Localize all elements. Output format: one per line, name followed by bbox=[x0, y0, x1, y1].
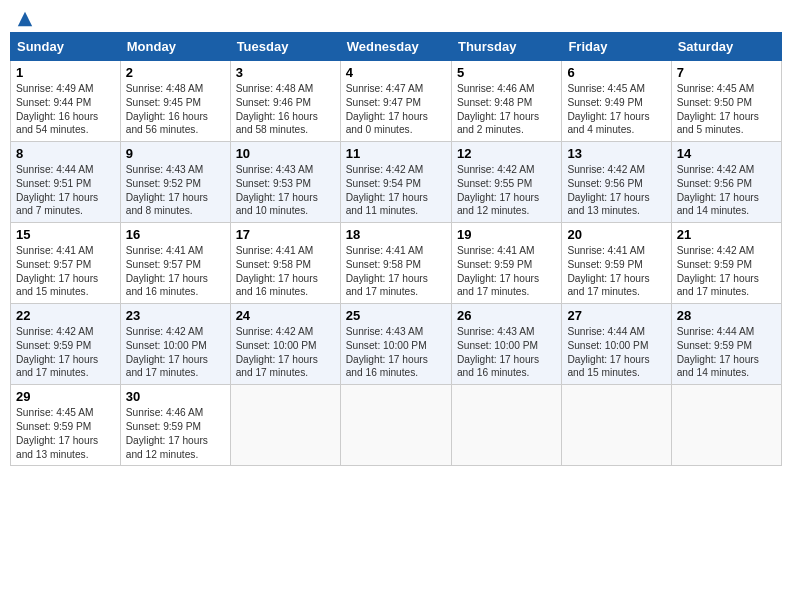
calendar-cell: 8Sunrise: 4:44 AM Sunset: 9:51 PM Daylig… bbox=[11, 142, 121, 223]
day-header-saturday: Saturday bbox=[671, 33, 781, 61]
calendar-cell: 13Sunrise: 4:42 AM Sunset: 9:56 PM Dayli… bbox=[562, 142, 671, 223]
day-header-monday: Monday bbox=[120, 33, 230, 61]
logo-icon bbox=[16, 10, 34, 28]
calendar-cell: 23Sunrise: 4:42 AM Sunset: 10:00 PM Dayl… bbox=[120, 304, 230, 385]
day-number: 17 bbox=[236, 227, 335, 242]
calendar-week-row: 15Sunrise: 4:41 AM Sunset: 9:57 PM Dayli… bbox=[11, 223, 782, 304]
cell-info: Sunrise: 4:42 AM Sunset: 9:56 PM Dayligh… bbox=[677, 163, 776, 218]
calendar-week-row: 22Sunrise: 4:42 AM Sunset: 9:59 PM Dayli… bbox=[11, 304, 782, 385]
calendar-cell: 16Sunrise: 4:41 AM Sunset: 9:57 PM Dayli… bbox=[120, 223, 230, 304]
day-number: 5 bbox=[457, 65, 556, 80]
logo bbox=[14, 10, 34, 24]
cell-info: Sunrise: 4:47 AM Sunset: 9:47 PM Dayligh… bbox=[346, 82, 446, 137]
cell-info: Sunrise: 4:46 AM Sunset: 9:59 PM Dayligh… bbox=[126, 406, 225, 461]
cell-info: Sunrise: 4:48 AM Sunset: 9:46 PM Dayligh… bbox=[236, 82, 335, 137]
cell-info: Sunrise: 4:41 AM Sunset: 9:57 PM Dayligh… bbox=[126, 244, 225, 299]
cell-info: Sunrise: 4:43 AM Sunset: 9:53 PM Dayligh… bbox=[236, 163, 335, 218]
calendar-cell: 27Sunrise: 4:44 AM Sunset: 10:00 PM Dayl… bbox=[562, 304, 671, 385]
day-number: 22 bbox=[16, 308, 115, 323]
day-number: 2 bbox=[126, 65, 225, 80]
calendar-cell: 19Sunrise: 4:41 AM Sunset: 9:59 PM Dayli… bbox=[451, 223, 561, 304]
day-number: 3 bbox=[236, 65, 335, 80]
calendar-cell: 6Sunrise: 4:45 AM Sunset: 9:49 PM Daylig… bbox=[562, 61, 671, 142]
calendar-cell: 30Sunrise: 4:46 AM Sunset: 9:59 PM Dayli… bbox=[120, 385, 230, 466]
cell-info: Sunrise: 4:44 AM Sunset: 9:59 PM Dayligh… bbox=[677, 325, 776, 380]
day-header-friday: Friday bbox=[562, 33, 671, 61]
calendar-cell: 29Sunrise: 4:45 AM Sunset: 9:59 PM Dayli… bbox=[11, 385, 121, 466]
cell-info: Sunrise: 4:42 AM Sunset: 9:59 PM Dayligh… bbox=[677, 244, 776, 299]
day-number: 15 bbox=[16, 227, 115, 242]
cell-info: Sunrise: 4:42 AM Sunset: 9:56 PM Dayligh… bbox=[567, 163, 665, 218]
day-number: 18 bbox=[346, 227, 446, 242]
cell-info: Sunrise: 4:45 AM Sunset: 9:49 PM Dayligh… bbox=[567, 82, 665, 137]
calendar-cell: 28Sunrise: 4:44 AM Sunset: 9:59 PM Dayli… bbox=[671, 304, 781, 385]
calendar-cell: 14Sunrise: 4:42 AM Sunset: 9:56 PM Dayli… bbox=[671, 142, 781, 223]
calendar-cell: 21Sunrise: 4:42 AM Sunset: 9:59 PM Dayli… bbox=[671, 223, 781, 304]
calendar-cell bbox=[230, 385, 340, 466]
cell-info: Sunrise: 4:42 AM Sunset: 9:55 PM Dayligh… bbox=[457, 163, 556, 218]
cell-info: Sunrise: 4:41 AM Sunset: 9:58 PM Dayligh… bbox=[346, 244, 446, 299]
cell-info: Sunrise: 4:45 AM Sunset: 9:59 PM Dayligh… bbox=[16, 406, 115, 461]
day-number: 24 bbox=[236, 308, 335, 323]
calendar-cell: 26Sunrise: 4:43 AM Sunset: 10:00 PM Dayl… bbox=[451, 304, 561, 385]
calendar-header-row: SundayMondayTuesdayWednesdayThursdayFrid… bbox=[11, 33, 782, 61]
day-number: 7 bbox=[677, 65, 776, 80]
day-number: 6 bbox=[567, 65, 665, 80]
calendar-week-row: 8Sunrise: 4:44 AM Sunset: 9:51 PM Daylig… bbox=[11, 142, 782, 223]
calendar-cell: 4Sunrise: 4:47 AM Sunset: 9:47 PM Daylig… bbox=[340, 61, 451, 142]
cell-info: Sunrise: 4:44 AM Sunset: 9:51 PM Dayligh… bbox=[16, 163, 115, 218]
cell-info: Sunrise: 4:45 AM Sunset: 9:50 PM Dayligh… bbox=[677, 82, 776, 137]
calendar-cell: 18Sunrise: 4:41 AM Sunset: 9:58 PM Dayli… bbox=[340, 223, 451, 304]
day-header-wednesday: Wednesday bbox=[340, 33, 451, 61]
day-number: 1 bbox=[16, 65, 115, 80]
calendar-cell: 15Sunrise: 4:41 AM Sunset: 9:57 PM Dayli… bbox=[11, 223, 121, 304]
day-number: 9 bbox=[126, 146, 225, 161]
calendar-cell: 24Sunrise: 4:42 AM Sunset: 10:00 PM Dayl… bbox=[230, 304, 340, 385]
calendar-week-row: 29Sunrise: 4:45 AM Sunset: 9:59 PM Dayli… bbox=[11, 385, 782, 466]
cell-info: Sunrise: 4:42 AM Sunset: 10:00 PM Daylig… bbox=[236, 325, 335, 380]
day-number: 21 bbox=[677, 227, 776, 242]
day-number: 25 bbox=[346, 308, 446, 323]
calendar-cell: 11Sunrise: 4:42 AM Sunset: 9:54 PM Dayli… bbox=[340, 142, 451, 223]
calendar-cell bbox=[340, 385, 451, 466]
day-number: 29 bbox=[16, 389, 115, 404]
day-number: 4 bbox=[346, 65, 446, 80]
calendar-cell: 5Sunrise: 4:46 AM Sunset: 9:48 PM Daylig… bbox=[451, 61, 561, 142]
calendar-cell: 2Sunrise: 4:48 AM Sunset: 9:45 PM Daylig… bbox=[120, 61, 230, 142]
calendar-cell: 22Sunrise: 4:42 AM Sunset: 9:59 PM Dayli… bbox=[11, 304, 121, 385]
day-number: 11 bbox=[346, 146, 446, 161]
cell-info: Sunrise: 4:41 AM Sunset: 9:58 PM Dayligh… bbox=[236, 244, 335, 299]
cell-info: Sunrise: 4:42 AM Sunset: 9:59 PM Dayligh… bbox=[16, 325, 115, 380]
day-number: 26 bbox=[457, 308, 556, 323]
cell-info: Sunrise: 4:42 AM Sunset: 9:54 PM Dayligh… bbox=[346, 163, 446, 218]
calendar-table: SundayMondayTuesdayWednesdayThursdayFrid… bbox=[10, 32, 782, 466]
calendar-cell: 17Sunrise: 4:41 AM Sunset: 9:58 PM Dayli… bbox=[230, 223, 340, 304]
cell-info: Sunrise: 4:48 AM Sunset: 9:45 PM Dayligh… bbox=[126, 82, 225, 137]
calendar-week-row: 1Sunrise: 4:49 AM Sunset: 9:44 PM Daylig… bbox=[11, 61, 782, 142]
calendar-cell: 20Sunrise: 4:41 AM Sunset: 9:59 PM Dayli… bbox=[562, 223, 671, 304]
page-header bbox=[10, 10, 782, 24]
day-number: 28 bbox=[677, 308, 776, 323]
calendar-cell bbox=[562, 385, 671, 466]
cell-info: Sunrise: 4:46 AM Sunset: 9:48 PM Dayligh… bbox=[457, 82, 556, 137]
day-number: 30 bbox=[126, 389, 225, 404]
calendar-cell: 12Sunrise: 4:42 AM Sunset: 9:55 PM Dayli… bbox=[451, 142, 561, 223]
calendar-cell: 1Sunrise: 4:49 AM Sunset: 9:44 PM Daylig… bbox=[11, 61, 121, 142]
day-header-thursday: Thursday bbox=[451, 33, 561, 61]
day-number: 23 bbox=[126, 308, 225, 323]
cell-info: Sunrise: 4:43 AM Sunset: 9:52 PM Dayligh… bbox=[126, 163, 225, 218]
day-number: 10 bbox=[236, 146, 335, 161]
cell-info: Sunrise: 4:42 AM Sunset: 10:00 PM Daylig… bbox=[126, 325, 225, 380]
calendar-cell: 7Sunrise: 4:45 AM Sunset: 9:50 PM Daylig… bbox=[671, 61, 781, 142]
cell-info: Sunrise: 4:49 AM Sunset: 9:44 PM Dayligh… bbox=[16, 82, 115, 137]
cell-info: Sunrise: 4:41 AM Sunset: 9:59 PM Dayligh… bbox=[567, 244, 665, 299]
day-header-sunday: Sunday bbox=[11, 33, 121, 61]
day-number: 27 bbox=[567, 308, 665, 323]
day-number: 16 bbox=[126, 227, 225, 242]
calendar-cell bbox=[451, 385, 561, 466]
day-number: 20 bbox=[567, 227, 665, 242]
cell-info: Sunrise: 4:41 AM Sunset: 9:59 PM Dayligh… bbox=[457, 244, 556, 299]
svg-marker-0 bbox=[18, 12, 32, 26]
day-number: 13 bbox=[567, 146, 665, 161]
day-header-tuesday: Tuesday bbox=[230, 33, 340, 61]
